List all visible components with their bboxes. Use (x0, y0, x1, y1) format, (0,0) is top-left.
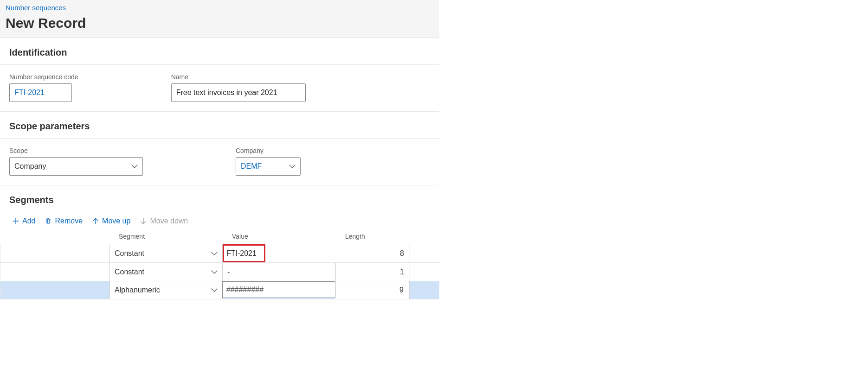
length-cell[interactable]: 1 (336, 263, 410, 281)
section-header-segments[interactable]: Segments (0, 189, 439, 212)
number-sequence-code-input[interactable] (9, 83, 72, 102)
value-cell[interactable]: - (223, 263, 336, 281)
row-selector[interactable] (0, 263, 109, 281)
length-cell[interactable]: 8 (336, 244, 410, 262)
company-dropdown-value: DEMF (241, 162, 262, 171)
breadcrumb[interactable]: Number sequences (6, 4, 434, 12)
arrow-up-icon (92, 217, 99, 225)
section-segments: Segments Add Remove Move (0, 189, 439, 299)
table-row[interactable]: Alphanumeric 9 (0, 281, 439, 299)
remove-button-label: Remove (55, 217, 83, 225)
chevron-down-icon (211, 287, 218, 293)
table-row[interactable]: Constant FTI-2021 8 (0, 244, 439, 262)
row-selector[interactable] (0, 244, 109, 262)
arrow-down-icon (140, 217, 147, 225)
chevron-down-icon (131, 163, 138, 170)
trash-icon (45, 217, 52, 225)
add-button-label: Add (22, 217, 35, 225)
chevron-down-icon (211, 269, 218, 275)
section-scope-parameters: Scope parameters Scope Company Company D… (0, 115, 439, 185)
remove-button[interactable]: Remove (45, 217, 83, 225)
segment-value: Constant (115, 249, 144, 258)
label-scope: Scope (9, 147, 143, 154)
move-up-button[interactable]: Move up (92, 217, 130, 225)
col-segment[interactable]: Segment (119, 233, 232, 240)
label-company: Company (236, 147, 301, 154)
grid-header: Segment Value Length (0, 230, 439, 244)
section-identification: Identification Number sequence code Name (0, 42, 439, 112)
col-length[interactable]: Length (345, 233, 419, 240)
segment-cell-dropdown[interactable]: Constant (109, 244, 223, 262)
section-header-scope[interactable]: Scope parameters (0, 115, 439, 139)
section-header-identification[interactable]: Identification (0, 42, 439, 65)
segment-cell-dropdown[interactable]: Constant (109, 263, 223, 281)
table-row[interactable]: Constant - 1 (0, 262, 439, 281)
scope-dropdown-value: Company (14, 162, 46, 171)
page-title: New Record (6, 15, 434, 31)
label-number-sequence-code: Number sequence code (9, 73, 78, 81)
segment-value: Alphanumeric (115, 286, 160, 294)
add-button[interactable]: Add (12, 217, 35, 225)
scope-dropdown[interactable]: Company (9, 157, 143, 176)
label-name: Name (171, 73, 306, 81)
move-up-button-label: Move up (102, 217, 130, 225)
length-cell[interactable]: 9 (335, 281, 410, 299)
col-value[interactable]: Value (232, 233, 345, 240)
move-down-button-label: Move down (150, 217, 188, 225)
segment-value: Constant (115, 268, 144, 276)
plus-icon (12, 217, 19, 225)
chevron-down-icon (289, 163, 296, 170)
value-cell[interactable]: FTI-2021 (223, 244, 265, 262)
move-down-button[interactable]: Move down (140, 217, 188, 225)
company-dropdown[interactable]: DEMF (236, 157, 301, 176)
segment-cell-dropdown[interactable]: Alphanumeric (109, 281, 223, 299)
chevron-down-icon (211, 250, 218, 257)
name-input[interactable] (171, 83, 306, 102)
row-selector[interactable] (0, 281, 109, 299)
value-input[interactable] (222, 281, 335, 298)
segments-toolbar: Add Remove Move up Move (0, 212, 439, 230)
